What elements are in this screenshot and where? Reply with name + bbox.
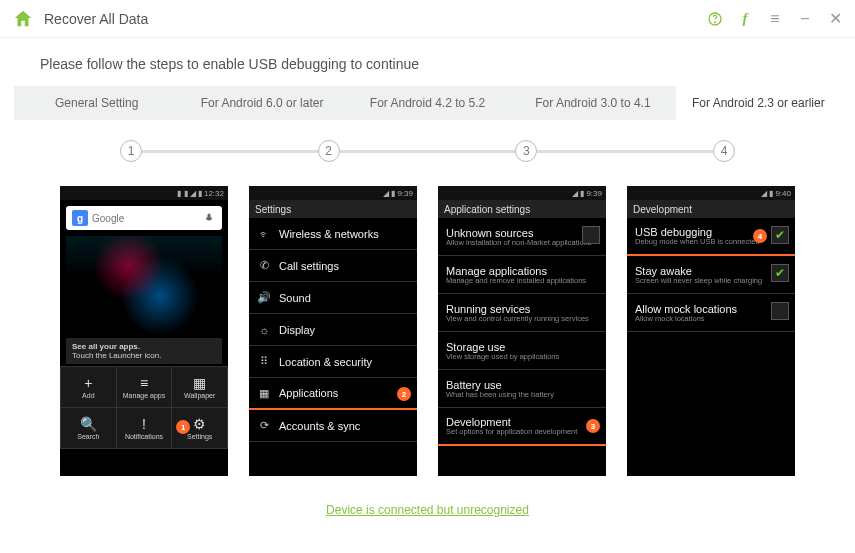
row-location: ⠿Location & security: [249, 346, 417, 378]
dock-manage-apps: ≡Manage apps: [117, 367, 172, 407]
tabs: General Setting For Android 6.0 or later…: [14, 86, 841, 120]
row-unknown-sources: Unknown sourcesAllow installation of non…: [438, 218, 606, 256]
step-bar: [142, 150, 318, 153]
google-search: g Google: [66, 206, 222, 230]
row-display: ☼Display: [249, 314, 417, 346]
row-storage: Storage useView storage used by applicat…: [438, 332, 606, 370]
svg-point-1: [715, 21, 716, 22]
phone-screens: ▮ ▮ ◢ ▮12:32 g Google See all your apps.…: [0, 178, 855, 486]
unrecognized-link[interactable]: Device is connected but unrecognized: [326, 503, 529, 517]
row-wireless: ᯤWireless & networks: [249, 218, 417, 250]
step-2: 2: [318, 140, 340, 162]
help-icon[interactable]: [707, 11, 723, 27]
wallpaper: [66, 236, 222, 336]
dock-add: +Add: [61, 367, 116, 407]
step-bar: [340, 150, 516, 153]
checkbox-icon: ✔: [771, 264, 789, 282]
stepper: 1 2 3 4: [0, 120, 855, 178]
tab-android-30[interactable]: For Android 3.0 to 4.1: [510, 86, 675, 120]
home-icon[interactable]: [12, 8, 34, 30]
tab-general[interactable]: General Setting: [14, 86, 179, 120]
home-dock: +Add ≡Manage apps ▦Wallpaper 🔍Search !No…: [60, 366, 228, 449]
row-stay-awake: Stay awakeScreen will never sleep while …: [627, 256, 795, 294]
minimize-icon[interactable]: −: [797, 11, 813, 27]
title-actions: f ≡ − ✕: [707, 11, 843, 27]
row-call: ✆Call settings: [249, 250, 417, 282]
tab-android-6[interactable]: For Android 6.0 or later: [179, 86, 344, 120]
tab-android-42[interactable]: For Android 4.2 to 5.2: [345, 86, 510, 120]
step-badge-4: 4: [753, 229, 767, 243]
tab-android-23[interactable]: For Android 2.3 or earlier: [676, 86, 841, 120]
checkbox-icon: [771, 302, 789, 320]
row-accounts: ⟳Accounts & sync: [249, 410, 417, 442]
step-bar: [537, 150, 713, 153]
step-badge-3: 3: [586, 419, 600, 433]
row-applications: ▦Applications2: [249, 378, 417, 410]
row-usb-debugging: USB debuggingDebug mode when USB is conn…: [627, 218, 795, 256]
dock-notifications: !Notifications: [117, 408, 172, 448]
phone-step-4: ◢ ▮9:40 Development USB debuggingDebug m…: [627, 186, 795, 476]
phone-step-1: ▮ ▮ ◢ ▮12:32 g Google See all your apps.…: [60, 186, 228, 476]
google-icon: g: [72, 210, 88, 226]
titlebar: Recover All Data f ≡ − ✕: [0, 0, 855, 38]
close-icon[interactable]: ✕: [827, 11, 843, 27]
row-sound: 🔊Sound: [249, 282, 417, 314]
statusbar: ◢ ▮9:39: [249, 186, 417, 200]
menu-icon[interactable]: ≡: [767, 11, 783, 27]
step-3: 3: [515, 140, 537, 162]
dock-wallpaper: ▦Wallpaper: [172, 367, 227, 407]
statusbar: ▮ ▮ ◢ ▮12:32: [60, 186, 228, 200]
dock-search: 🔍Search: [61, 408, 116, 448]
row-mock-locations: Allow mock locationsAllow mock locations: [627, 294, 795, 332]
phone-header: Application settings: [438, 200, 606, 218]
checkbox-icon: ✔: [771, 226, 789, 244]
facebook-icon[interactable]: f: [737, 11, 753, 27]
footer: Device is connected but unrecognized: [0, 486, 855, 532]
app-title: Recover All Data: [44, 11, 707, 27]
statusbar: ◢ ▮9:40: [627, 186, 795, 200]
mic-icon: [202, 211, 216, 225]
step-1: 1: [120, 140, 142, 162]
row-manage-apps: Manage applicationsManage and remove ins…: [438, 256, 606, 294]
hint-bubble: See all your apps. Touch the Launcher ic…: [66, 338, 222, 364]
dock-settings: ⚙Settings1: [172, 408, 227, 448]
row-battery: Battery useWhat has been using the batte…: [438, 370, 606, 408]
statusbar: ◢ ▮9:39: [438, 186, 606, 200]
row-running: Running servicesView and control current…: [438, 294, 606, 332]
checkbox-icon: [582, 226, 600, 244]
instruction-text: Please follow the steps to enable USB de…: [0, 38, 855, 86]
phone-step-2: ◢ ▮9:39 Settings ᯤWireless & networks ✆C…: [249, 186, 417, 476]
phone-step-3: ◢ ▮9:39 Application settings Unknown sou…: [438, 186, 606, 476]
step-badge-2: 2: [397, 387, 411, 401]
phone-header: Development: [627, 200, 795, 218]
phone-header: Settings: [249, 200, 417, 218]
google-label: Google: [92, 213, 198, 224]
step-badge-1: 1: [176, 420, 190, 434]
step-4: 4: [713, 140, 735, 162]
row-development: DevelopmentSet options for application d…: [438, 408, 606, 446]
